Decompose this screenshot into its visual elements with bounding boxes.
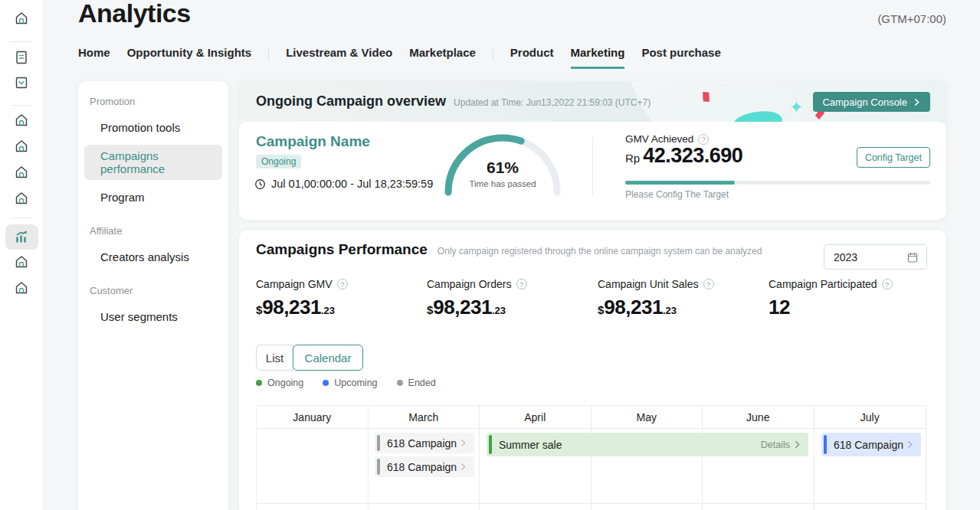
tab-group-divider [493, 49, 493, 60]
calendar-icon [906, 251, 919, 263]
clipboard-icon[interactable] [9, 70, 34, 95]
event-bar[interactable]: 618 Campaign [821, 433, 921, 456]
chevron-right-icon [459, 463, 467, 471]
page-title: Analytics [78, 0, 191, 28]
document-icon[interactable] [9, 45, 34, 70]
tab-marketplace[interactable]: Marketplace [409, 46, 476, 69]
gmv-hint: Please Config The Target [625, 189, 729, 200]
year-select-value: 2023 [834, 251, 857, 263]
tab-livestream-video[interactable]: Livestream & Video [286, 46, 392, 69]
details-link[interactable]: Details [761, 440, 801, 450]
campaign-name-link[interactable]: Campaign Name [256, 133, 370, 150]
calendar-view-button[interactable]: Calendar [293, 345, 363, 371]
tab-post-purchase[interactable]: Post purchase [641, 46, 720, 69]
chevron-right-icon [793, 440, 801, 449]
month-header: July [814, 406, 926, 428]
home-icon[interactable] [9, 134, 34, 159]
legend-ongoing: Ongoing [256, 378, 303, 388]
sidebar-item-creators-analysis[interactable]: Creators analysis [84, 246, 222, 268]
month-header: January [257, 406, 369, 428]
metric-campaign-orders: Campaign Orders? $98,231.23 [427, 278, 527, 319]
help-icon[interactable]: ? [882, 279, 893, 289]
sidebar-item-program[interactable]: Program [84, 186, 222, 208]
sidebar: Promotion Promotion tools Campaigns perf… [78, 81, 228, 510]
month-header: March [369, 406, 480, 428]
clock-icon [254, 178, 266, 190]
event-bar[interactable]: 618 Campaign [375, 456, 474, 477]
home-icon[interactable] [9, 108, 34, 132]
home-icon[interactable] [9, 250, 34, 274]
list-view-button[interactable]: List [256, 345, 293, 371]
gauge-percent: 61% [438, 159, 568, 177]
config-target-button[interactable]: Config Target [857, 147, 930, 168]
sidebar-section-customer: Customer [90, 285, 228, 296]
sidebar-section-affiliate: Affiliate [90, 225, 228, 237]
chevron-right-icon [906, 440, 914, 449]
gmv-label: GMV Achieved [625, 133, 693, 145]
metric-campaign-participated: Campaign Participated? 12 [769, 278, 893, 319]
tab-group-divider [268, 49, 269, 60]
campaign-date-range: Jul 01,00:00:00 - Jul 18,23:59:59 [254, 178, 433, 190]
sidebar-item-user-segments[interactable]: User segments [84, 306, 222, 328]
home-icon[interactable] [9, 160, 34, 185]
calendar-row [257, 503, 926, 510]
help-icon[interactable]: ? [337, 279, 348, 289]
top-nav-tabs: Home Opportunity & Insights Livestream &… [78, 44, 721, 70]
analytics-chart-icon[interactable] [9, 224, 34, 249]
view-toggle: List Calendar [256, 345, 363, 371]
help-icon[interactable]: ? [698, 134, 709, 145]
sidebar-section-promotion: Promotion [90, 96, 228, 107]
metric-campaign-unit-sales: Campaign Unit Sales? $98,231.23 [598, 278, 714, 319]
gmv-section: GMV Achieved ? Rp 42.323.690 Config Targ… [625, 122, 930, 220]
ongoing-campaign-overview-card: Ongoing Campaign overview Updated at Tim… [239, 81, 946, 220]
legend-dot [397, 380, 403, 386]
help-icon[interactable]: ? [703, 279, 714, 289]
month-header: April [480, 406, 592, 428]
event-bar[interactable]: 618 Campaign [375, 433, 474, 453]
gmv-currency: Rp [625, 152, 640, 165]
home-icon[interactable] [9, 6, 34, 31]
time-passed-gauge: 61% Time has passed [438, 129, 568, 200]
gmv-progress-bar [625, 181, 930, 185]
overview-updated-time: Updated at Time: Jun13,2022 21:59:03 (UT… [454, 95, 651, 108]
confetti-shape [700, 90, 712, 104]
help-icon[interactable]: ? [516, 279, 527, 289]
legend-upcoming: Upcoming [323, 378, 377, 388]
metric-campaign-gmv: Campaign GMV? $98,231.23 [256, 278, 348, 319]
sidebar-item-campaigns-performance[interactable]: Campaigns performance [84, 145, 222, 180]
legend-ended: Ended [397, 378, 436, 388]
vertical-divider [592, 137, 593, 196]
campaign-calendar: January March April May June July 618 Ca… [256, 405, 926, 510]
tab-product[interactable]: Product [510, 46, 554, 69]
sparkle-icon [789, 100, 804, 117]
gmv-amount: 42.323.690 [643, 144, 742, 168]
tab-opportunity-insights[interactable]: Opportunity & Insights [127, 46, 252, 69]
rail-divider [11, 41, 32, 42]
performance-subtitle: Only campaign registered through the onl… [438, 246, 762, 257]
month-header: June [703, 406, 814, 428]
overview-title: Ongoing Campaign overview [256, 93, 446, 110]
legend-dot [256, 380, 262, 386]
calendar-month-headers: January March April May June July [257, 406, 926, 428]
gmv-progress-fill [625, 181, 735, 185]
rail-divider [11, 217, 32, 218]
sidebar-item-promotion-tools[interactable]: Promotion tools [84, 116, 222, 139]
month-header: May [592, 406, 703, 428]
status-legend: Ongoing Upcoming Ended [256, 378, 436, 388]
event-bar[interactable]: Summer sale Details [487, 433, 808, 456]
tab-marketing[interactable]: Marketing [571, 46, 625, 69]
gauge-caption: Time has passed [438, 179, 568, 188]
legend-dot [323, 380, 329, 386]
calendar-row: 618 Campaign 618 Campaign Summer sale De… [257, 428, 926, 503]
campaign-status-badge: Ongoing [256, 155, 301, 168]
overview-body: Campaign Name Ongoing Jul 01,00:00:00 - … [239, 122, 946, 220]
home-icon[interactable] [9, 276, 34, 300]
year-select[interactable]: 2023 [824, 244, 927, 270]
overview-banner: Ongoing Campaign overview Updated at Tim… [239, 81, 946, 122]
performance-title: Campaigns Performance [256, 241, 428, 258]
chevron-right-icon [459, 439, 467, 447]
campaign-console-button[interactable]: Campaign Console [813, 92, 930, 112]
tab-home[interactable]: Home [78, 46, 110, 69]
home-icon[interactable] [9, 186, 34, 211]
campaigns-performance-card: Campaigns Performance Only campaign regi… [239, 230, 946, 510]
